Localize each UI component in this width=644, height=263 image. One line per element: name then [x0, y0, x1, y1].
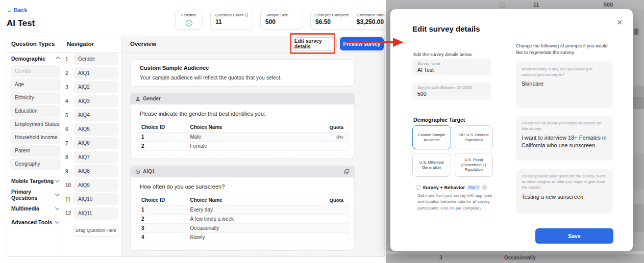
copy-icon[interactable]: [344, 169, 350, 174]
chevron-up-icon: [56, 56, 60, 60]
navigator-pill[interactable]: AIQ4: [73, 109, 118, 121]
audience-card-subtitle: Your sample audience will reflect the qu…: [140, 74, 345, 81]
navigator-number: 11: [65, 197, 73, 202]
navigator-row: 8AIQ7: [63, 151, 121, 164]
choice-name-cell: Occasionally: [185, 224, 318, 233]
navigator-pill[interactable]: AIQ11: [73, 207, 118, 220]
target-option-18-us-general-population[interactable]: 18+ U.S. General Population: [455, 125, 493, 149]
navigator-row: 11AIQ10: [63, 193, 121, 205]
modal-left-intro: Edit the survey details below.: [413, 51, 500, 58]
quota-cell: [318, 205, 349, 215]
sidebar-item-education[interactable]: Education: [10, 105, 61, 117]
table-header-row: Choice ID Choice Name Quota: [136, 195, 349, 205]
question-card-body-gender: Please indicate the gender that best ide…: [130, 104, 355, 159]
dimmed-background-artifact: [633, 86, 644, 97]
sidebar-item-parent[interactable]: Parent: [10, 145, 61, 157]
question-card-header-gender[interactable]: Gender: [130, 93, 355, 104]
behavior-checkbox[interactable]: [416, 185, 420, 190]
question-card-header-aiq1[interactable]: AIQ1: [130, 166, 355, 177]
sidebar-item-employment-status[interactable]: Employment Status: [10, 118, 61, 130]
save-button[interactable]: Save: [535, 228, 613, 244]
target-option-custom-sample-audience[interactable]: Custom Sample Audience: [412, 125, 451, 149]
navigator-pill[interactable]: AIQ7: [73, 151, 118, 164]
target-option-us-plural-gen-z-population[interactable]: U.S. Plural (Generation Z) Population: [455, 153, 493, 177]
sidebar-section-primary-questions[interactable]: Primary Questions: [7, 189, 63, 200]
question-text: How often do you use sunscreen?: [136, 183, 349, 190]
sample-size-field[interactable]: Sample size (Between 25-1000) 500: [412, 83, 491, 99]
prompt-field-goals[interactable]: Please provide your goals for the survey…: [516, 169, 613, 214]
choice-name-cell: Every day: [185, 205, 318, 215]
prompt-field-industry[interactable]: What industry, if any, are you looking t…: [516, 62, 613, 108]
choice-id-cell: 3: [136, 224, 185, 233]
navigator-row: 10AIQ9: [63, 179, 121, 192]
behavior-description: Get more from your survey with app, web …: [417, 193, 494, 212]
back-arrow-icon: ←: [7, 7, 12, 13]
survey-behavior-row: Survey + Behavior PRO ✎ ?: [416, 185, 487, 190]
choice-name-cell: A few times a week: [185, 215, 318, 224]
info-icon[interactable]: i: [245, 13, 248, 17]
sidebar-section-mobile-targeting[interactable]: Mobile Targeting: [7, 175, 63, 186]
navigator-number: 12: [65, 211, 73, 216]
navigator-pill[interactable]: AIQ10: [73, 193, 118, 205]
dimmed-sample-size: 500: [604, 2, 613, 8]
navigator-number: 8: [65, 154, 73, 160]
dimmed-question-count: 11: [533, 2, 539, 8]
prompt-field-target-audience[interactable]: Please tell us about your target audienc…: [516, 116, 613, 161]
column-header-overview: Overview: [130, 36, 156, 52]
dimmed-background-artifact: [633, 97, 644, 109]
navigator-pill[interactable]: AIQ2: [73, 81, 118, 93]
sidebar-item-age[interactable]: Age: [10, 78, 61, 91]
navigator-row: 1Gender: [63, 53, 121, 65]
drag-question-dropzone[interactable]: Drag Question Here: [73, 224, 118, 237]
back-label: Back: [14, 7, 27, 13]
quota-cell: [318, 224, 349, 233]
preview-survey-button[interactable]: Preview survey: [340, 37, 384, 50]
navigator-pill[interactable]: AIQ1: [73, 67, 118, 80]
annotation-arrow-line: [345, 41, 394, 43]
prompt-value: Testing a new sunscreen: [522, 193, 607, 200]
table-row: 3 Occasionally: [136, 224, 349, 233]
demographic-items: Gender Age Ethnicity Education Employmen…: [7, 64, 63, 172]
radio-target-icon: [135, 169, 140, 174]
feasible-label: Feasible: [180, 13, 197, 17]
navigator-pill[interactable]: Gender: [73, 53, 118, 65]
sidebar-section-demographic[interactable]: Demographic: [7, 53, 63, 64]
navigator-row: 2AIQ1: [63, 67, 121, 80]
navigator-pill[interactable]: AIQ3: [73, 95, 118, 108]
column-choice-name: Choice Name: [185, 195, 318, 205]
sidebar-item-gender[interactable]: Gender: [10, 65, 61, 77]
sidebar-section-label: Primary Questions: [11, 189, 56, 201]
choice-name-cell: Female: [185, 142, 318, 151]
navigator-number: 10: [65, 182, 73, 188]
sidebar-item-geography[interactable]: Geography: [10, 158, 61, 170]
navigator-number: 1: [65, 57, 73, 62]
sidebar-item-ethnicity[interactable]: Ethnicity: [10, 92, 61, 104]
question-card-title: Gender: [143, 96, 161, 101]
close-icon[interactable]: ✕: [616, 18, 623, 27]
choice-name-cell: Rarely: [185, 233, 318, 242]
navigator-row: 6AIQ5: [63, 123, 121, 136]
question-card-body-aiq1: How often do you use sunscreen? Choice I…: [130, 177, 355, 251]
back-link[interactable]: ← Back: [7, 7, 27, 13]
behavior-label: Survey + Behavior: [423, 185, 465, 190]
sidebar-item-household-income[interactable]: Household Income: [10, 132, 61, 144]
dimmed-background-artifact: [634, 29, 638, 35]
navigator-row: 4AIQ3: [63, 95, 121, 108]
help-icon[interactable]: ?: [482, 185, 487, 190]
survey-name-value: AI Test: [417, 67, 486, 73]
navigator-pill[interactable]: AIQ6: [73, 137, 118, 149]
navigator-pill[interactable]: AIQ5: [73, 123, 118, 136]
navigator-pill[interactable]: AIQ8: [73, 165, 118, 177]
sidebar-section-advanced-tools[interactable]: Advanced Tools: [7, 217, 63, 227]
target-option-us-millennial-generation[interactable]: U.S. Millennial Generation: [412, 153, 451, 177]
navigator-pill[interactable]: AIQ9: [73, 179, 118, 192]
column-choice-id: Choice ID: [136, 122, 185, 133]
survey-name-field[interactable]: Survey name AI Test: [412, 59, 491, 75]
sample-size-label: Sample Size: [265, 13, 298, 17]
table-header-row: Choice ID Choice Name Quota: [136, 122, 349, 133]
estimated-total-block: Estimated Total $3,250.00: [357, 13, 385, 27]
quota-cell: [318, 142, 349, 151]
navigator-row: 5AIQ4: [63, 109, 121, 121]
page-title: AI Test: [7, 18, 35, 29]
sidebar-section-multimedia[interactable]: Multimedia: [7, 203, 63, 214]
